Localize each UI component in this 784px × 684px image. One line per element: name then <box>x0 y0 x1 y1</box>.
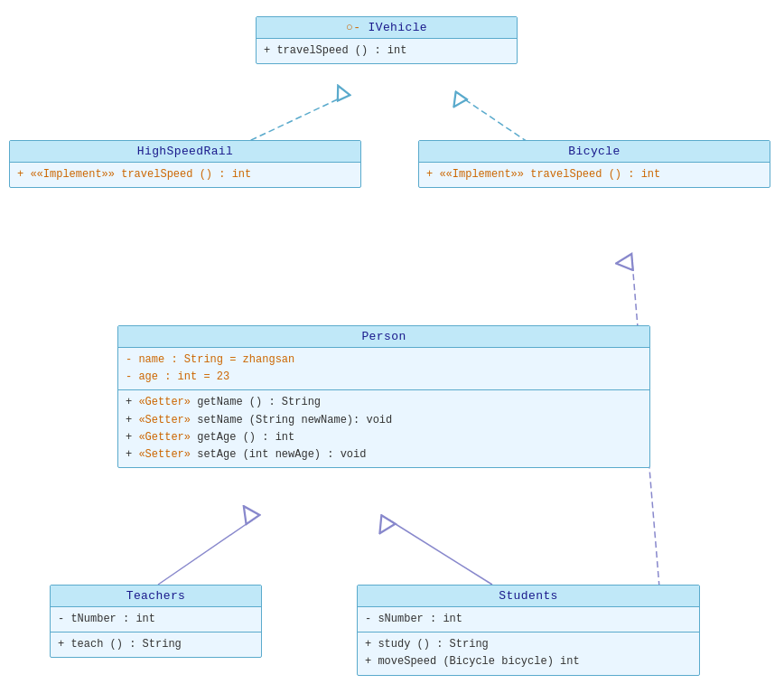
bicycle-method: + ««Implement»» travelSpeed () : int <box>419 163 770 187</box>
person-attr-2: - age : int = 23 <box>126 369 642 386</box>
ivehicle-method-text: + travelSpeed () : int <box>264 44 406 57</box>
highspeedrail-method: + ««Implement»» travelSpeed () : int <box>10 163 360 187</box>
teachers-method-text: + teach () : String <box>58 638 182 651</box>
teachers-name: Teachers <box>126 589 186 603</box>
teachers-attr-text: - tNumber : int <box>58 613 155 625</box>
person-method-2: + «Setter» setName (String newName): voi… <box>126 412 642 429</box>
person-attr-1: - name : String = zhangsan <box>126 351 642 369</box>
ivehicle-header: ○- IVehicle <box>257 17 517 39</box>
bicycle-header: Bicycle <box>419 141 770 163</box>
svg-line-7 <box>388 520 492 585</box>
ivehicle-box: ○- IVehicle + travelSpeed () : int <box>256 16 518 64</box>
ivehicle-interface-symbol: ○- <box>346 21 369 34</box>
person-methods: + «Getter» getName () : String + «Setter… <box>118 390 649 467</box>
uml-diagram: ○- IVehicle + travelSpeed () : int HighS… <box>0 0 784 684</box>
bicycle-method-text: + ««Implement»» travelSpeed () : int <box>426 168 660 181</box>
svg-line-6 <box>158 520 253 585</box>
students-attribute: - sNumber : int <box>358 607 699 632</box>
students-method-2: + moveSpeed (Bicycle bicycle) int <box>365 653 692 670</box>
students-box: Students - sNumber : int + study () : St… <box>357 585 700 676</box>
highspeedrail-header: HighSpeedRail <box>10 141 360 163</box>
bicycle-name: Bicycle <box>568 145 620 158</box>
students-header: Students <box>358 586 699 607</box>
ivehicle-name: IVehicle <box>369 21 428 34</box>
person-method-3: + «Getter» getAge () : int <box>126 429 642 446</box>
person-method-1: + «Getter» getName () : String <box>126 394 642 411</box>
students-attr-text: - sNumber : int <box>365 613 462 625</box>
teachers-attribute: - tNumber : int <box>51 607 261 632</box>
teachers-box: Teachers - tNumber : int + teach () : St… <box>50 585 262 658</box>
person-attributes: - name : String = zhangsan - age : int =… <box>118 348 649 390</box>
person-header: Person <box>118 326 649 348</box>
person-box: Person - name : String = zhangsan - age … <box>117 325 650 468</box>
ivehicle-method: + travelSpeed () : int <box>257 39 517 63</box>
students-method-1: + study () : String <box>365 636 692 653</box>
teachers-header: Teachers <box>51 586 261 607</box>
highspeedrail-box: HighSpeedRail + ««Implement»» travelSpee… <box>9 140 361 188</box>
students-methods: + study () : String + moveSpeed (Bicycle… <box>358 632 699 674</box>
highspeedrail-name: HighSpeedRail <box>137 145 234 158</box>
highspeedrail-method-text: + ««Implement»» travelSpeed () : int <box>17 168 251 181</box>
person-name: Person <box>361 330 406 343</box>
person-method-4: + «Setter» setAge (int newAge) : void <box>126 446 642 464</box>
students-name: Students <box>499 589 558 603</box>
bicycle-box: Bicycle + ««Implement»» travelSpeed () :… <box>418 140 770 188</box>
teachers-method: + teach () : String <box>51 632 261 657</box>
